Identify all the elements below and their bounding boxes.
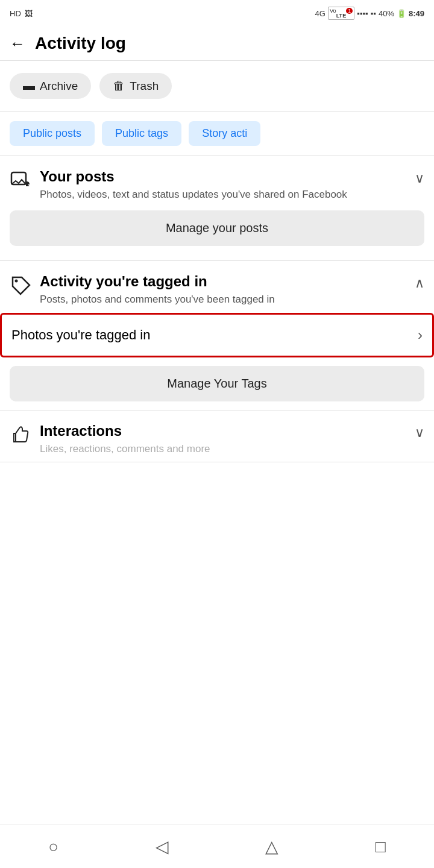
- filter-tab-public-posts[interactable]: Public posts: [10, 121, 95, 146]
- nav-home-btn-icon[interactable]: △: [265, 837, 278, 857]
- filter-tabs: Public posts Public tags Story acti: [0, 112, 434, 156]
- interactions-desc: Likes, reactions, comments and more: [40, 442, 407, 456]
- header: ← Activity log: [0, 27, 434, 61]
- svg-point-1: [15, 279, 18, 282]
- archive-label: Archive: [40, 80, 78, 93]
- your-posts-header: Your posts Photos, videos, text and stat…: [10, 168, 424, 202]
- network-label: 4G: [315, 9, 326, 18]
- like-icon: [10, 424, 31, 450]
- tagged-activity-title: Activity you're tagged in: [40, 273, 407, 290]
- tagged-activity-header: Activity you're tagged in Posts, photos …: [0, 261, 434, 313]
- filter-tab-story-activity[interactable]: Story acti: [189, 121, 260, 146]
- tagged-activity-text: Activity you're tagged in Posts, photos …: [40, 273, 407, 307]
- tagged-activity-desc: Posts, photos and comments you've been t…: [40, 292, 407, 307]
- battery-percent: 40%: [379, 9, 394, 18]
- image-icon: 🖼: [25, 9, 33, 18]
- nav-back-icon[interactable]: ◁: [156, 837, 169, 857]
- photos-tagged-label: Photos you're tagged in: [11, 327, 150, 343]
- trash-label: Trash: [130, 80, 159, 93]
- signal-bars-2: ▪▪: [371, 9, 376, 18]
- battery-icon: 🔋: [397, 9, 406, 18]
- nav-recents-icon[interactable]: □: [376, 837, 386, 857]
- posts-icon: [10, 169, 31, 195]
- interactions-text: Interactions Likes, reactions, comments …: [40, 423, 407, 456]
- top-buttons-row: ▬ Archive 🗑 Trash: [0, 61, 434, 112]
- photos-tagged-in-item[interactable]: Photos you're tagged in ›: [0, 313, 434, 357]
- back-button[interactable]: ←: [10, 34, 25, 53]
- your-posts-text: Your posts Photos, videos, text and stat…: [40, 168, 407, 202]
- status-left: HD 🖼: [10, 9, 33, 18]
- page-title: Activity log: [35, 34, 126, 53]
- interactions-chevron: ∨: [415, 425, 424, 441]
- time-label: 8:49: [409, 9, 424, 18]
- your-posts-chevron: ∨: [415, 171, 424, 186]
- archive-icon: ▬: [23, 79, 35, 93]
- your-posts-title: Your posts: [40, 168, 407, 185]
- volte-label: VoLTE1: [328, 7, 354, 20]
- signal-bars: ▪▪▪▪: [357, 9, 368, 18]
- tagged-activity-section: Activity you're tagged in Posts, photos …: [0, 261, 434, 410]
- nav-home-icon[interactable]: ○: [48, 837, 58, 857]
- tagged-activity-chevron: ∧: [415, 275, 424, 291]
- your-posts-section: Your posts Photos, videos, text and stat…: [0, 156, 434, 261]
- manage-posts-button[interactable]: Manage your posts: [10, 210, 424, 246]
- your-posts-desc: Photos, videos, text and status updates …: [40, 187, 407, 202]
- interactions-section: Interactions Likes, reactions, comments …: [0, 410, 434, 463]
- status-right: 4G VoLTE1 ▪▪▪▪ ▪▪ 40% 🔋 8:49: [315, 7, 424, 20]
- interactions-title: Interactions: [40, 423, 407, 439]
- archive-button[interactable]: ▬ Archive: [10, 73, 91, 99]
- photos-tagged-arrow: ›: [418, 327, 423, 344]
- trash-button[interactable]: 🗑 Trash: [99, 73, 172, 99]
- status-bar: HD 🖼 4G VoLTE1 ▪▪▪▪ ▪▪ 40% 🔋 8:49: [0, 0, 434, 27]
- tag-icon: [10, 274, 31, 300]
- trash-icon: 🗑: [113, 79, 125, 93]
- filter-tab-public-tags[interactable]: Public tags: [102, 121, 181, 146]
- hd-label: HD: [10, 9, 21, 18]
- interactions-header: Interactions Likes, reactions, comments …: [10, 423, 424, 456]
- bottom-nav: ○ ◁ △ □: [0, 825, 434, 868]
- manage-tags-button[interactable]: Manage Your Tags: [10, 366, 424, 401]
